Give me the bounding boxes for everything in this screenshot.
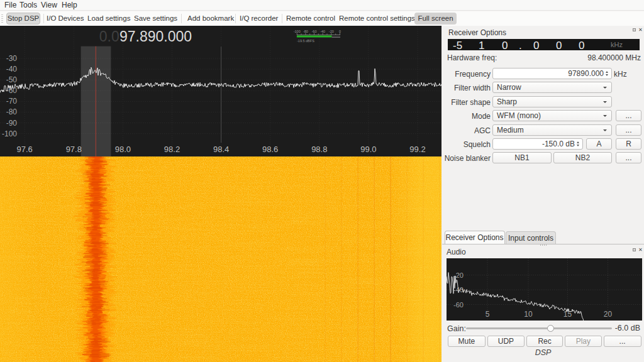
svg-text:-40: -40 — [6, 65, 18, 74]
svg-text:97.8: 97.8 — [66, 145, 82, 154]
svg-text:10: 10 — [524, 310, 533, 319]
svg-text:97.6: 97.6 — [17, 145, 33, 154]
svg-text:-100: -100 — [2, 129, 17, 138]
svg-text:-50: -50 — [6, 75, 18, 84]
svg-text:-70: -70 — [6, 97, 18, 106]
svg-text:-60: -60 — [312, 30, 317, 33]
svg-text:0.0: 0.0 — [99, 28, 119, 45]
svg-text:-40: -40 — [320, 30, 325, 33]
svg-text:5: 5 — [486, 310, 490, 319]
svg-text:98.2: 98.2 — [164, 145, 180, 154]
svg-text:-90: -90 — [6, 119, 18, 128]
svg-text:-80: -80 — [6, 107, 18, 116]
svg-text:99.0: 99.0 — [360, 145, 376, 154]
svg-text:98.8: 98.8 — [311, 145, 327, 154]
svg-text:-80: -80 — [303, 30, 308, 33]
svg-text:-100: -100 — [294, 30, 301, 33]
svg-text:0: 0 — [339, 30, 341, 33]
svg-text:98.6: 98.6 — [262, 145, 278, 154]
svg-text:98.4: 98.4 — [213, 145, 229, 154]
svg-text:99.2: 99.2 — [409, 145, 425, 154]
svg-text:-19.5 dBFS: -19.5 dBFS — [297, 39, 314, 43]
svg-text:98.0: 98.0 — [115, 145, 131, 154]
svg-text:97.890.000: 97.890.000 — [119, 28, 192, 45]
svg-text:-60: -60 — [453, 301, 464, 309]
svg-text:-60: -60 — [6, 86, 18, 95]
svg-text:-30: -30 — [6, 54, 18, 63]
svg-text:20: 20 — [604, 310, 613, 319]
svg-text:-20: -20 — [329, 30, 334, 33]
